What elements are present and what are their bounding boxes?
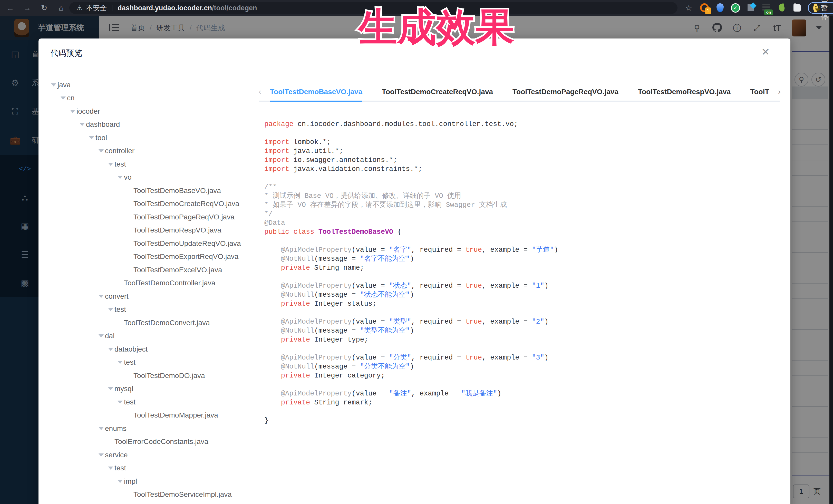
tree-file[interactable]: ToolTestDemoConvert.java [39,316,259,330]
tree-file[interactable]: ToolTestDemoBaseVO.java [39,184,259,197]
code-view[interactable]: package cn.iocoder.dashboard.modules.too… [264,120,780,425]
paused-label: 已暂停 [821,0,832,22]
caret-down-icon[interactable] [116,361,124,364]
tree-folder[interactable]: mysql [39,382,259,396]
back-icon[interactable]: ← [5,3,16,13]
tabs-scroll-left-icon[interactable]: ‹ [259,87,261,96]
tree-label: ToolTestDemoDO.java [134,371,205,380]
caret-down-icon[interactable] [107,466,115,470]
close-icon[interactable]: ✕ [761,47,770,57]
code-line: private Integer status; [264,299,780,309]
tree-folder[interactable]: test [39,356,259,369]
caret-down-icon[interactable] [50,83,57,87]
security-label[interactable]: 不安全 [86,3,107,13]
tree-folder[interactable]: tool [39,131,259,144]
home-icon[interactable]: ⌂ [56,3,66,13]
tree-file[interactable]: ToolTestDemoCreateReqVO.java [39,197,259,211]
caret-down-icon[interactable] [97,334,105,337]
extension-blue-icon[interactable] [715,3,725,13]
extension-plant-icon[interactable] [777,3,786,13]
tree-label: controller [105,147,135,155]
tree-folder[interactable]: enums [39,422,259,435]
tab-ToolTestDemoUpdateReqVO.java[interactable]: ToolTestDemoUpdateReqVO.java [750,81,769,102]
tree-file[interactable]: ToolTestDemoController.java [39,277,259,290]
tree-folder[interactable]: test [39,303,259,316]
code-line [264,407,780,416]
forward-icon[interactable]: → [22,3,32,13]
tree-file[interactable]: ToolTestDemoExportReqVO.java [39,250,259,264]
code-line: private String remark; [264,398,780,407]
profile-paused-badge[interactable]: 已暂停 [808,2,833,14]
tree-folder[interactable]: impl [39,475,259,488]
tree-label: ToolTestDemoMapper.java [134,411,218,419]
code-line: @NotNull(message = "类型不能为空") [264,327,780,335]
caret-down-icon[interactable] [78,123,86,126]
tab-ToolTestDemoRespVO.java[interactable]: ToolTestDemoRespVO.java [638,81,731,102]
caret-down-icon[interactable] [116,401,124,404]
code-line: */ [264,210,780,219]
reload-icon[interactable]: ↻ [39,3,49,13]
caret-down-icon[interactable] [107,163,115,166]
extensions-puzzle-icon[interactable] [792,3,802,13]
tree-folder[interactable]: test [39,462,259,475]
tree-label: ToolTestDemoPageReqVO.java [134,213,235,221]
tree-file[interactable]: ToolTestDemoUpdateReqVO.java [39,237,259,250]
tree-folder[interactable]: dal [39,330,259,343]
tree-folder[interactable]: java [39,78,259,92]
caret-down-icon[interactable] [97,427,105,430]
tab-ToolTestDemoCreateReqVO.java[interactable]: ToolTestDemoCreateReqVO.java [382,81,493,102]
tree-label: java [57,81,71,89]
tree-folder[interactable]: cn [39,92,259,105]
tab-ToolTestDemoPageReqVO.java[interactable]: ToolTestDemoPageReqVO.java [513,81,618,102]
code-line: import javax.validation.constraints.*; [264,165,780,174]
tree-file[interactable]: ToolTestDemoRespVO.java [39,224,259,237]
caret-down-icon[interactable] [107,387,115,390]
tree-file[interactable]: ToolTestDemoExcelVO.java [39,263,259,277]
url-path[interactable]: /tool/codegen [212,4,257,12]
tree-folder[interactable]: test [39,158,259,171]
tab-ToolTestDemoBaseVO.java[interactable]: ToolTestDemoBaseVO.java [270,81,362,102]
tree-folder[interactable]: convert [39,290,259,303]
caret-down-icon[interactable] [107,308,115,311]
tree-folder[interactable]: dataobject [39,342,259,356]
tree-folder[interactable]: vo [39,171,259,184]
tree-folder[interactable]: dashboard [39,118,259,131]
scrollbar[interactable] [829,16,833,504]
tree-folder[interactable]: iocoder [39,105,259,118]
extension-orange-icon[interactable]: 1 [700,3,709,13]
caret-down-icon[interactable] [116,176,124,179]
code-line [264,380,780,389]
caret-down-icon[interactable] [97,295,105,298]
tree-label: ToolTestDemoExportReqVO.java [134,253,238,261]
caret-down-icon[interactable] [97,149,105,152]
code-line: @NotNull(message = "名字不能为空") [264,255,780,264]
caret-down-icon[interactable] [69,110,76,113]
tree-label: ToolTestDemoController.java [124,279,215,287]
tree-file[interactable]: ToolErrorCodeConstants.java [39,435,259,449]
code-line: * 如果子 VO 存在差异的字段，请不要添加到这里，影响 Swagger 文档生… [264,201,780,210]
tree-folder[interactable]: service [39,448,259,462]
tree-file[interactable]: ToolTestDemoPageReqVO.java [39,211,259,224]
url-host[interactable]: dashboard.yudao.iocoder.cn [118,4,212,12]
caret-down-icon[interactable] [116,480,124,483]
tree-folder[interactable]: test [39,395,259,409]
code-line: @ApiModelProperty(value = "分类", required… [264,353,780,362]
caret-down-icon[interactable] [97,453,105,457]
bookmark-star-icon[interactable]: ☆ [684,3,694,13]
code-line: } [264,416,780,425]
profile-emoji-icon [813,4,818,12]
tree-label: enums [105,425,126,433]
extension-list-on-icon[interactable]: on [762,3,771,13]
extension-diamond-icon[interactable] [746,3,756,13]
tree-label: test [124,398,136,406]
tree-file[interactable]: ToolTestDemoServiceImpl.java [39,488,259,501]
caret-down-icon[interactable] [107,348,115,351]
tree-file[interactable]: ToolTestDemoMapper.java [39,409,259,422]
tree-file[interactable]: ToolTestDemoDO.java [39,369,259,382]
tabs-scroll-right-icon[interactable]: › [778,87,781,96]
extension-green-check-icon[interactable]: ✓ [731,3,740,13]
caret-down-icon[interactable] [59,96,67,100]
divider [112,5,112,11]
caret-down-icon[interactable] [88,136,95,139]
tree-folder[interactable]: controller [39,144,259,158]
